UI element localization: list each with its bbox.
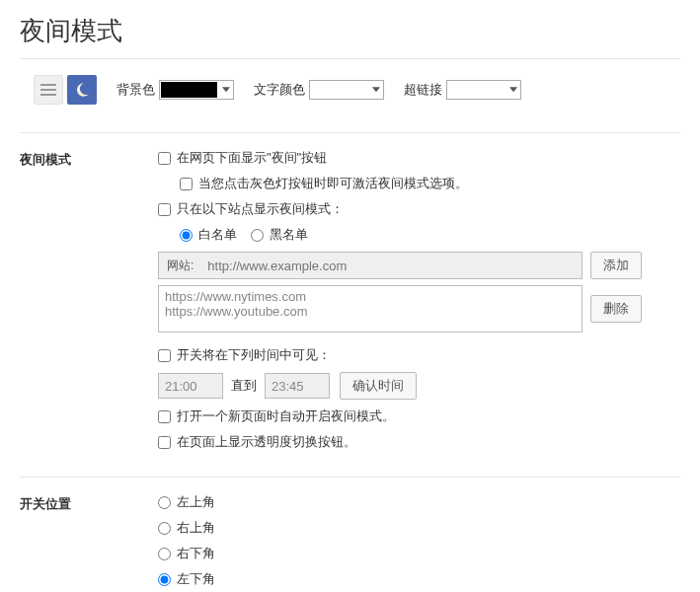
position-top-left-radio[interactable] <box>158 496 171 509</box>
position-top-left-label: 左上角 <box>177 493 215 511</box>
moon-icon <box>73 81 91 99</box>
position-top-right-label: 右上角 <box>177 519 215 537</box>
position-top-right-radio[interactable] <box>158 522 171 535</box>
section-position: 开关位置 左上角 右上角 右下角 左下角 自定义（单击、长按并拖动按钮到您所需的… <box>20 493 680 592</box>
bg-color-swatch <box>161 82 217 98</box>
divider <box>20 58 680 59</box>
opacity-toggle-checkbox[interactable] <box>158 436 171 449</box>
gray-lamp-checkbox[interactable] <box>180 178 193 190</box>
section-night-mode: 夜间模式 在网页下面显示"夜间"按钮 当您点击灰色灯按钮时即可激活夜间模式选项。… <box>20 149 680 459</box>
auto-on-label: 打开一个新页面时自动开启夜间模式。 <box>177 407 395 425</box>
show-night-button-checkbox[interactable] <box>158 152 171 165</box>
time-visible-checkbox[interactable] <box>158 349 171 362</box>
bg-color-label: 背景色 <box>117 81 155 99</box>
chevron-down-icon <box>222 87 230 92</box>
add-button[interactable]: 添加 <box>590 252 642 279</box>
opacity-toggle-label: 在页面上显示透明度切换按钮。 <box>177 433 356 451</box>
night-mode-icon[interactable] <box>67 75 97 105</box>
site-url-input[interactable] <box>201 253 582 278</box>
section-label-position: 开关位置 <box>20 493 158 513</box>
time-visible-label: 开关将在下列时间中可见： <box>177 346 331 364</box>
confirm-time-button[interactable]: 确认时间 <box>340 372 417 400</box>
time-from-input[interactable] <box>158 373 223 399</box>
auto-on-checkbox[interactable] <box>158 410 171 423</box>
bg-color-select[interactable] <box>159 80 234 100</box>
section-label-night: 夜间模式 <box>20 149 158 169</box>
text-color-swatch <box>311 82 367 98</box>
menu-button[interactable] <box>34 75 63 105</box>
link-color-select[interactable] <box>446 80 521 100</box>
whitelist-radio[interactable] <box>180 229 193 242</box>
divider <box>20 132 680 133</box>
blacklist-label: 黑名单 <box>270 226 308 244</box>
only-sites-checkbox[interactable] <box>158 203 171 216</box>
text-color-label: 文字颜色 <box>254 81 305 99</box>
page-title: 夜间模式 <box>20 14 680 48</box>
position-bottom-left-label: 左下角 <box>177 570 215 588</box>
blacklist-radio[interactable] <box>251 229 264 242</box>
site-label: 网站: <box>159 258 201 274</box>
divider <box>20 477 680 478</box>
sites-list[interactable]: https://www.nytimes.com https://www.yout… <box>158 285 583 333</box>
chevron-down-icon <box>509 87 517 92</box>
link-color-label: 超链接 <box>404 81 442 99</box>
delete-button[interactable]: 删除 <box>590 295 642 323</box>
link-color-swatch <box>448 82 505 98</box>
show-night-button-label: 在网页下面显示"夜间"按钮 <box>177 149 327 167</box>
text-color-select[interactable] <box>309 80 384 100</box>
toolbar: 背景色 文字颜色 超链接 <box>34 75 680 105</box>
position-bottom-left-radio[interactable] <box>158 573 171 586</box>
time-until-label: 直到 <box>231 377 257 395</box>
only-sites-label: 只在以下站点显示夜间模式： <box>177 200 344 218</box>
chevron-down-icon <box>372 87 380 92</box>
gray-lamp-label: 当您点击灰色灯按钮时即可激活夜间模式选项。 <box>198 175 468 192</box>
position-bottom-right-label: 右下角 <box>177 545 215 562</box>
whitelist-label: 白名单 <box>198 226 237 244</box>
time-to-input[interactable] <box>265 373 330 399</box>
position-bottom-right-radio[interactable] <box>158 548 171 560</box>
